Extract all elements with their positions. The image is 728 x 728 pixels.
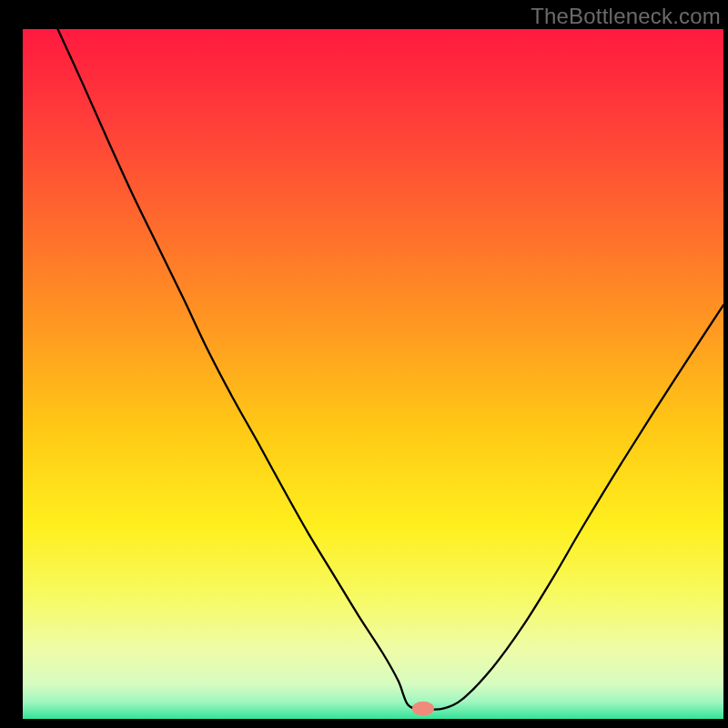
optimal-point-marker (412, 702, 434, 716)
watermark-label: TheBottleneck.com (531, 4, 721, 29)
plot-background (23, 29, 723, 719)
bottleneck-chart: TheBottleneck.com (0, 0, 728, 728)
plot-svg (0, 0, 728, 728)
